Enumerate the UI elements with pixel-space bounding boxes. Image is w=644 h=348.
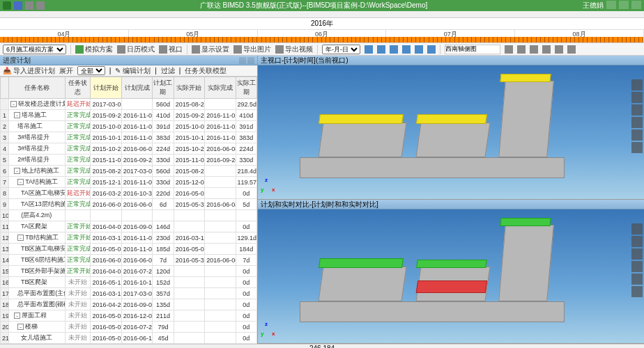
table-row[interactable]: 19 -屋面工程 未开始 2016-05-05 2016-12-01 211d … [1,310,257,322]
timeline: 2016年 04月05月06月07月08月 [0,18,644,43]
close-button[interactable] [631,1,641,9]
table-row[interactable]: 13 TB区施工电梯安装 正常完成 2016-05-01 2016-11-01 … [1,244,257,255]
skip-back-icon[interactable] [365,45,373,54]
redo-icon[interactable] [36,1,45,10]
toolbar-icon-4[interactable] [542,45,551,54]
table-row[interactable]: 11 TA区爬架 正常开始 2016-04-09 2016-09-01 146d… [1,221,257,232]
step-back-icon[interactable] [377,45,385,54]
table-row[interactable]: 17 总平面布置图(主体结构施工阶段) 未开始 2016-03-10 2017-… [1,288,257,299]
viewport-bottom-canvas[interactable]: z x y [258,209,644,343]
save-icon[interactable] [14,1,22,10]
vp-tool-4[interactable] [631,117,643,128]
table-row[interactable]: 20 -楼梯 未开始 2016-05-05 2016-07-22 79d 0d [1,322,257,333]
vp2-tool-6[interactable] [631,286,643,297]
timeline-month: 08月 [515,30,644,37]
table-row[interactable]: 2 塔吊施工 正常完成 2015-10-09 2016-11-02 391d 2… [1,121,257,132]
table-row[interactable]: 22 屋面设备基础施工 未开始 2016-05-05 2016-07-03 60… [1,344,257,345]
table-row[interactable]: 14 TB区6层结构施工(层高4.2m) 正常完成 2016-06-01 201… [1,255,257,266]
tree-toggle[interactable]: - [10,101,17,107]
loop-icon[interactable] [427,45,436,54]
tree-toggle[interactable]: - [14,112,20,118]
timeline-day[interactable] [639,37,643,42]
plan-select[interactable]: 6月施工模拟方案 [3,45,66,54]
table-row[interactable]: 18 总平面布置图(砌砖抹灰阶段) 未开始 2016-04-20 2016-09… [1,299,257,310]
vp-tool-3[interactable] [631,104,643,116]
export-video-button[interactable]: 导出视频 [275,45,313,54]
filter-select[interactable]: 全部 [77,66,105,75]
vp-tool-5[interactable] [631,129,643,141]
vp2-tool-1[interactable] [631,223,643,235]
table-row[interactable]: -研发楼总进度计划 延迟开始 2017-03-01 560d 2015-08-2… [1,99,257,110]
display-settings-button[interactable]: 显示设置 [192,45,229,54]
task-relation-button[interactable]: 任务关联模型 [185,66,227,76]
undo-icon[interactable] [25,1,33,10]
table-row[interactable]: 1 -塔吊施工 正常完成 2015-09-20 2016-11-02 410d … [1,110,257,121]
timeline-year: 2016年 [0,18,644,30]
vp-tool-2[interactable] [631,92,643,103]
axis-widget[interactable]: z x y [262,178,279,195]
step-forward-icon[interactable] [402,45,411,54]
app-icon [3,1,11,10]
export-images-button[interactable]: 导出图片 [233,45,271,54]
calendar-mode-button[interactable]: 日历模式 [117,45,155,54]
vp2-tool-3[interactable] [631,248,643,260]
schedule-table: 任务名称 任务状态 计划开始 计划完成 计划工期 实际开始 实际完成 实际工期 … [0,77,257,344]
viewport-tools-2 [631,223,643,297]
toolbar-icon-2[interactable] [517,45,526,54]
table-row[interactable]: 7 -TA结构施工 正常完成 2015-12-10 2016-11-03 330… [1,177,257,188]
table-row[interactable]: 16 TB区爬架 未开始 2016-05-17 2016-10-15 152d … [1,277,257,288]
viewport-top-canvas[interactable]: z x y [258,65,644,199]
timeline-month: 04月 [0,30,129,37]
sim-mode-button[interactable]: 模拟方案 [75,45,113,54]
table-row[interactable]: 8 TA区施工电梯安装 延迟开始 2016-03-26 2016-10-31 2… [1,188,257,199]
import-schedule-button[interactable]: 📥 导入进度计划 [3,66,55,76]
schedule-panel-header: 进度计划 [0,56,257,65]
vp2-tool-2[interactable] [631,236,643,247]
viewport-bottom: 计划和实时对比-[计划时和和实时对比] z x y [258,200,644,344]
panel-close-icon[interactable] [247,57,254,64]
skip-forward-icon[interactable] [415,45,423,54]
toolbar-icon-3[interactable] [530,45,538,54]
edit-plan-button[interactable]: ✎ 编辑计划 [115,66,151,76]
tree-toggle[interactable]: - [17,324,24,330]
panel-min-icon[interactable] [239,57,246,64]
titlebar: 广联达 BIM5D 3.5旗舰版(正式版)--[BIM5D项目案例-D:\Wor… [0,0,644,11]
table-row[interactable]: 3 3#塔吊提升 正常完成 2015-10-17 2016-11-02 383d… [1,132,257,143]
toolbar-icon-1[interactable] [505,45,513,54]
vp2-tool-4[interactable] [631,261,643,272]
view-mode-button[interactable]: 视口 [159,45,183,54]
table-row[interactable]: 15 TB区外部手架施工 正常开始 2016-04-01 2016-07-29 … [1,266,257,277]
minimize-button[interactable] [606,1,616,9]
viewport-tools [631,79,643,153]
axis-widget-2[interactable]: z x y [262,322,279,339]
table-row[interactable]: 21 女儿墙施工 未开始 2016-05-05 2016-06-18 45d 0… [1,333,257,344]
table-row[interactable]: 10 (层高4.2m) [1,210,257,221]
toolbar-icon-6[interactable] [567,45,576,54]
window-title: 广联达 BIM5D 3.5旗舰版(正式版)--[BIM5D项目案例-D:\Wor… [45,1,583,10]
main-toolbar: 6月施工模拟方案 模拟方案 日历模式 视口 显示设置 导出图片 导出视频 年-月… [0,43,644,56]
expand-button[interactable]: 展开 [59,66,73,76]
vp2-tool-5[interactable] [631,274,643,285]
timeline-month: 07月 [386,30,515,37]
filter-button[interactable]: 过滤 [161,66,175,76]
vp-tool-6[interactable] [631,142,643,153]
play-icon[interactable] [390,45,398,54]
table-row[interactable]: 5 2#塔吊提升 正常完成 2015-11-02 2016-09-26 330d… [1,155,257,166]
viewport-area: 主视口-[计划时间](当前视口) z x y [258,56,644,344]
table-row[interactable]: 12 -TB结构施工 正常开始 2016-03-19 2016-11-03 23… [1,232,257,244]
filter-input[interactable] [445,45,500,54]
toolbar-icon-5[interactable] [555,45,563,54]
date-unit-select[interactable]: 年-月-日 [322,45,360,54]
tree-toggle[interactable]: - [17,235,24,241]
table-row[interactable]: 9 TA区13层结构施工 正常完成 2016-06-02 2016-06-07 … [1,199,257,210]
tree-toggle[interactable]: - [14,313,20,319]
schedule-panel: 进度计划 📥 导入进度计划 展开 全部 | ✎ 编辑计划 | 过滤 | 任务关联… [0,56,258,344]
schedule-panel-toolbar: 📥 导入进度计划 展开 全部 | ✎ 编辑计划 | 过滤 | 任务关联模型 [0,65,257,77]
tree-toggle[interactable]: - [17,179,24,185]
timeline-month: 06月 [258,30,387,37]
tree-toggle[interactable]: - [14,168,20,174]
vp-tool-1[interactable] [631,79,643,90]
table-row[interactable]: 6 -地上结构施工 正常完成 2015-08-20 2017-03-01 560… [1,166,257,177]
maximize-button[interactable] [619,1,629,9]
table-row[interactable]: 4 3#塔吊提升 正常完成 2015-10-29 2016-06-08 224d… [1,143,257,155]
